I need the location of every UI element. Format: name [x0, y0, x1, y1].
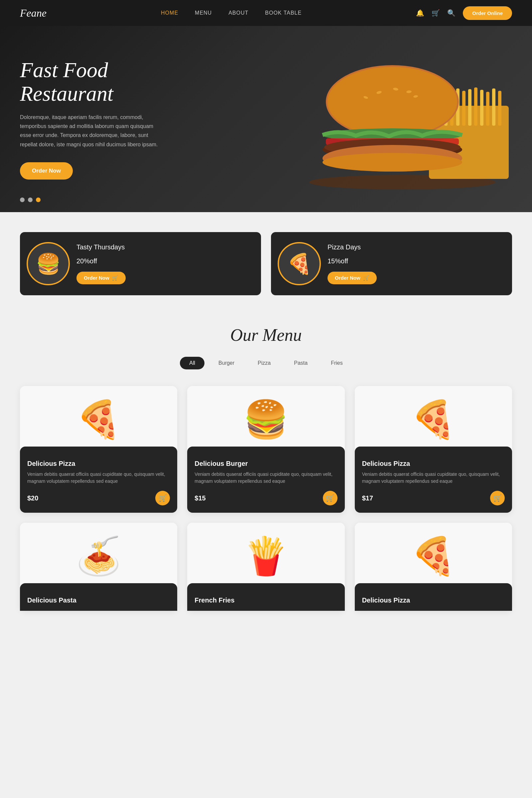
- hero-burger-svg: [296, 53, 522, 192]
- svg-rect-10: [480, 90, 483, 126]
- filter-fries[interactable]: Fries: [322, 357, 352, 369]
- hero-order-now-button[interactable]: Order Now: [20, 162, 73, 179]
- menu-item-5-image: 🍟: [187, 523, 344, 589]
- promo-food-2: 🍕: [278, 242, 321, 285]
- cart-icon-2: 🛒: [363, 275, 369, 281]
- hero-content: Fast Food Restaurant Doloremque, itaque …: [20, 58, 193, 179]
- order-online-button[interactable]: Order Online: [463, 6, 512, 20]
- promo-info-2: Pizza Days 15%off Order Now 🛒: [327, 243, 502, 284]
- menu-item-1: 🍕 Delicious Pizza Veniam debitis quaerat…: [20, 386, 177, 513]
- promo-order-button-1[interactable]: Order Now 🛒: [76, 272, 126, 284]
- promo-card-1: 🍔 Tasty Thursdays 20%off Order Now 🛒: [20, 232, 261, 295]
- promo-title-1: Tasty Thursdays: [76, 243, 251, 251]
- nav-home[interactable]: HOME: [161, 10, 178, 16]
- menu-item-6-name: Delicious Pizza: [362, 596, 505, 604]
- menu-filters: All Burger Pizza Pasta Fries: [20, 357, 512, 369]
- hero-slider-dots: [20, 197, 41, 202]
- bell-icon[interactable]: 🔔: [416, 9, 424, 17]
- menu-item-3-cart-button[interactable]: 🛒: [490, 491, 505, 506]
- filter-pasta[interactable]: Pasta: [285, 357, 317, 369]
- navbar-icons: 🔔 🛒 🔍 Order Online: [416, 6, 512, 20]
- menu-item-2-cart-button[interactable]: 🛒: [323, 491, 338, 506]
- search-icon[interactable]: 🔍: [447, 9, 456, 17]
- promo-title-2: Pizza Days: [327, 243, 502, 251]
- menu-item-3: 🍕 Delicious Pizza Veniam debitis quaerat…: [355, 386, 512, 513]
- nav-book-table[interactable]: BOOK TABLE: [265, 10, 302, 16]
- menu-item-5-body: French Fries: [187, 589, 344, 611]
- promo-order-button-2[interactable]: Order Now 🛒: [327, 272, 377, 284]
- menu-item-2-image: 🍔: [187, 386, 344, 453]
- svg-point-26: [323, 153, 462, 172]
- menu-title: Our Menu: [20, 325, 512, 345]
- menu-item-1-price: $20: [27, 494, 38, 502]
- filter-pizza[interactable]: Pizza: [248, 357, 280, 369]
- svg-rect-8: [468, 89, 472, 126]
- hero-description: Doloremque, itaque aperiam facilis rerum…: [20, 113, 159, 149]
- menu-item-3-image: 🍕: [355, 386, 512, 453]
- brand-logo: Feane: [20, 7, 46, 19]
- menu-item-1-footer: $20 🛒: [27, 491, 170, 506]
- menu-item-2-body: Delicious Burger Veniam debitis quaerat …: [187, 453, 344, 513]
- filter-all[interactable]: All: [180, 357, 205, 369]
- menu-item-5: 🍟 French Fries: [187, 523, 344, 611]
- svg-point-15: [327, 67, 457, 137]
- dot-1[interactable]: [20, 197, 25, 202]
- filter-burger[interactable]: Burger: [209, 357, 244, 369]
- menu-item-3-price: $17: [362, 494, 373, 502]
- dot-3[interactable]: [36, 197, 41, 202]
- svg-rect-11: [486, 92, 490, 126]
- nav-menu[interactable]: MENU: [195, 10, 212, 16]
- menu-item-4-name: Delicious Pasta: [27, 596, 170, 604]
- menu-item-1-body: Delicious Pizza Veniam debitis quaerat o…: [20, 453, 177, 513]
- menu-item-2-desc: Veniam debitis quaerat officiis quasi cu…: [194, 471, 337, 485]
- svg-rect-9: [474, 88, 477, 126]
- menu-item-3-name: Delicious Pizza: [362, 460, 505, 468]
- hero-food-image: [296, 53, 522, 192]
- menu-item-3-footer: $17 🛒: [362, 491, 505, 506]
- svg-rect-7: [462, 91, 466, 126]
- menu-section: Our Menu All Burger Pizza Pasta Fries 🍕 …: [0, 308, 532, 631]
- menu-item-2-footer: $15 🛒: [194, 491, 337, 506]
- promo-info-1: Tasty Thursdays 20%off Order Now 🛒: [76, 243, 251, 284]
- nav-links: HOME MENU ABOUT BOOK TABLE: [161, 10, 302, 16]
- hero-section: Fast Food Restaurant Doloremque, itaque …: [0, 26, 532, 212]
- hero-title: Fast Food Restaurant: [20, 58, 193, 106]
- menu-item-3-desc: Veniam debitis quaerat officiis quasi cu…: [362, 471, 505, 485]
- menu-item-3-body: Delicious Pizza Veniam debitis quaerat o…: [355, 453, 512, 513]
- promo-food-1: 🍔: [26, 242, 70, 285]
- menu-item-1-name: Delicious Pizza: [27, 460, 170, 468]
- menu-item-5-name: French Fries: [194, 596, 337, 604]
- menu-item-1-image: 🍕: [20, 386, 177, 453]
- menu-item-1-cart-button[interactable]: 🛒: [155, 491, 170, 506]
- navbar: Feane HOME MENU ABOUT BOOK TABLE 🔔 🛒 🔍 O…: [0, 0, 532, 26]
- menu-item-2-name: Delicious Burger: [194, 460, 337, 468]
- menu-item-2: 🍔 Delicious Burger Veniam debitis quaera…: [187, 386, 344, 513]
- cart-icon-1: 🛒: [112, 275, 118, 281]
- menu-item-2-price: $15: [194, 494, 206, 502]
- dot-2[interactable]: [28, 197, 33, 202]
- nav-about[interactable]: ABOUT: [228, 10, 248, 16]
- menu-item-1-desc: Veniam debitis quaerat officiis quasi cu…: [27, 471, 170, 485]
- menu-item-4: 🍝 Delicious Pasta: [20, 523, 177, 611]
- hero-image-area: [193, 46, 512, 192]
- promo-card-2: 🍕 Pizza Days 15%off Order Now 🛒: [271, 232, 512, 295]
- menu-item-4-image: 🍝: [20, 523, 177, 589]
- promo-discount-1: 20%off: [76, 252, 251, 266]
- svg-rect-13: [498, 91, 501, 126]
- svg-rect-12: [492, 89, 495, 126]
- promo-section: 🍔 Tasty Thursdays 20%off Order Now 🛒 🍕 P…: [0, 212, 532, 308]
- menu-item-4-body: Delicious Pasta: [20, 589, 177, 611]
- menu-item-6-body: Delicious Pizza: [355, 589, 512, 611]
- menu-item-6: 🍕 Delicious Pizza: [355, 523, 512, 611]
- cart-icon[interactable]: 🛒: [432, 9, 440, 17]
- promo-discount-2: 15%off: [327, 252, 502, 266]
- menu-item-6-image: 🍕: [355, 523, 512, 589]
- menu-grid: 🍕 Delicious Pizza Veniam debitis quaerat…: [20, 386, 512, 611]
